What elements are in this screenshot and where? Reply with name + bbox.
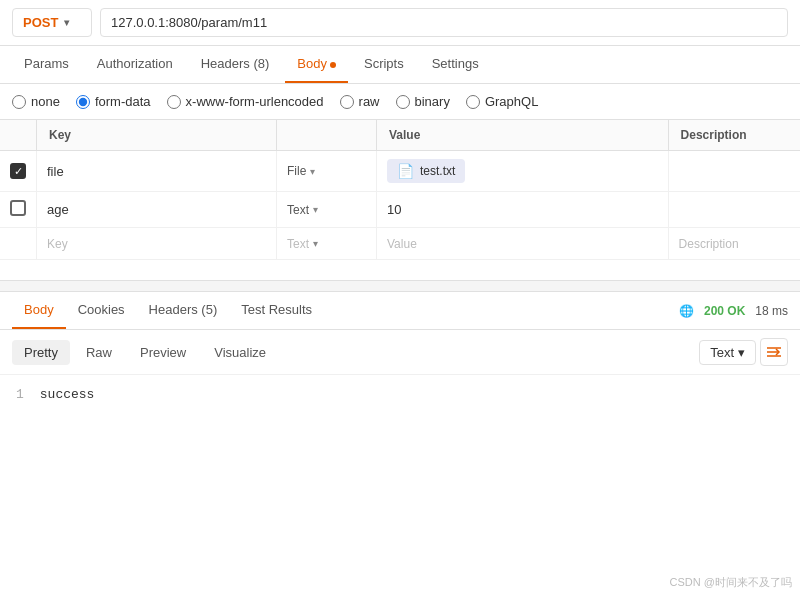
radio-none[interactable]: none [12,94,60,109]
section-divider [0,280,800,292]
type-chevron: ▾ [310,166,315,177]
tab-settings[interactable]: Settings [420,46,491,83]
radio-graphql[interactable]: GraphQL [466,94,538,109]
response-tab-cookies[interactable]: Cookies [66,292,137,329]
row-checkbox-file[interactable] [10,163,26,179]
tab-headers[interactable]: Headers (8) [189,46,282,83]
line-number: 1 [16,387,24,402]
params-table: Key Value Description file File ▾ 📄 test… [0,120,800,260]
row-desc-age[interactable] [668,192,800,228]
table-row-placeholder: Key Text ▾ Value Description [0,228,800,260]
response-time: 18 ms [755,304,788,318]
view-tab-visualize[interactable]: Visualize [202,340,278,365]
view-tab-pretty[interactable]: Pretty [12,340,70,365]
tab-params[interactable]: Params [12,46,81,83]
response-toolbar: Pretty Raw Preview Visualize Text ▾ [0,330,800,375]
response-content: success [40,387,95,402]
url-input[interactable] [100,8,788,37]
view-tab-raw[interactable]: Raw [74,340,124,365]
col-value: Value [377,120,669,151]
col-description: Description [668,120,800,151]
status-code: 200 OK [704,304,745,318]
row-value-file[interactable]: 📄 test.txt [377,151,669,192]
col-checkbox [0,120,37,151]
response-tab-headers[interactable]: Headers (5) [137,292,230,329]
globe-icon: 🌐 [679,304,694,318]
placeholder-desc[interactable]: Description [668,228,800,260]
url-bar: POST ▾ [0,0,800,46]
placeholder-value[interactable]: Value [377,228,669,260]
row-checkbox-cell[interactable] [0,192,37,228]
radio-urlencoded[interactable]: x-www-form-urlencoded [167,94,324,109]
method-selector[interactable]: POST ▾ [12,8,92,37]
col-key: Key [37,120,277,151]
request-nav-tabs: Params Authorization Headers (8) Body Sc… [0,46,800,84]
type-chevron: ▾ [313,204,318,215]
placeholder-key[interactable]: Key [37,228,277,260]
row-type-age[interactable]: Text ▾ [277,192,377,228]
body-dot [330,62,336,68]
response-line: 1 success [16,387,784,402]
response-nav-tabs: Body Cookies Headers (5) Test Results 🌐 … [0,292,800,330]
row-key-file[interactable]: file [37,151,277,192]
wrap-button[interactable] [760,338,788,366]
response-status: 🌐 200 OK 18 ms [679,304,788,318]
type-chevron-placeholder: ▾ [313,238,318,249]
table-row: age Text ▾ 10 [0,192,800,228]
response-body: 1 success [0,375,800,414]
body-type-selector: none form-data x-www-form-urlencoded raw… [0,84,800,120]
table-row: file File ▾ 📄 test.txt [0,151,800,192]
placeholder-type[interactable]: Text ▾ [277,228,377,260]
tab-body[interactable]: Body [285,46,348,83]
method-label: POST [23,15,58,30]
row-type-file[interactable]: File ▾ [277,151,377,192]
response-tab-body[interactable]: Body [12,292,66,329]
radio-form-data[interactable]: form-data [76,94,151,109]
radio-raw[interactable]: raw [340,94,380,109]
row-key-age[interactable]: age [37,192,277,228]
method-chevron: ▾ [64,17,69,28]
file-badge: 📄 test.txt [387,159,465,183]
file-icon: 📄 [397,163,414,179]
radio-binary[interactable]: binary [396,94,450,109]
format-chevron: ▾ [738,345,745,360]
tab-authorization[interactable]: Authorization [85,46,185,83]
tab-scripts[interactable]: Scripts [352,46,416,83]
response-tab-test-results[interactable]: Test Results [229,292,324,329]
view-tab-preview[interactable]: Preview [128,340,198,365]
row-desc-file[interactable] [668,151,800,192]
row-checkbox-age[interactable] [10,200,26,216]
format-selector[interactable]: Text ▾ [699,340,756,365]
col-type [277,120,377,151]
row-checkbox-cell[interactable] [0,151,37,192]
row-value-age[interactable]: 10 [377,192,669,228]
